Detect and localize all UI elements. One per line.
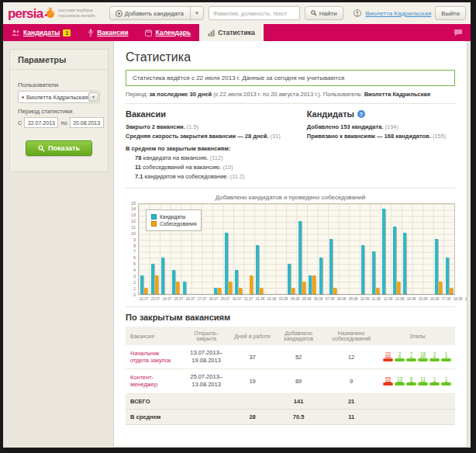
total-row: ВСЕГО 141 21 [126, 393, 455, 409]
bar [439, 282, 442, 294]
col-added: Добавлено кандидатов [274, 327, 323, 345]
date-from-input[interactable] [24, 117, 58, 128]
bar-group [254, 204, 265, 294]
bar [309, 275, 312, 294]
avg-title: В среднем по закрытым вакансиям: [126, 145, 307, 152]
page-title: Статистика [126, 50, 455, 64]
bar [250, 275, 253, 294]
stat-candidates-per-vacancy: 78 кандидата на вакансию. (112) [126, 154, 307, 161]
chart-y-axis: 0123456789101112131415 [126, 204, 137, 296]
persia-rooster-icon [44, 7, 57, 19]
nav-vacancies[interactable]: Вакансии [79, 24, 136, 41]
nav-calendar[interactable]: Календарь [136, 24, 199, 41]
sidebar-parameters: Параметры Пользователи Виолетта Кадрильс… [9, 49, 109, 172]
vacancy-days: 37 [231, 345, 274, 369]
stage-segment: 1 [429, 377, 440, 386]
logo-tagline: система подбора персонала онлайн [58, 8, 95, 19]
vacancy-dates: 25.07.2013–13.08.2013 [181, 369, 231, 393]
search-icon [311, 10, 317, 16]
bar-group [360, 204, 371, 294]
bar [218, 288, 221, 294]
stage-bars: 22271821 [382, 352, 452, 361]
closed-vacancies-table: Вакансия Открыта–закрыта Дней в работе Д… [126, 327, 455, 425]
search-input[interactable] [209, 6, 300, 20]
average-interviews: 11 [323, 409, 379, 424]
logo-text: persia [8, 7, 43, 20]
chart-title: Добавлено кандидатов и проведено собесед… [126, 194, 455, 201]
bar-group [328, 204, 339, 294]
bar [176, 282, 179, 294]
bar [260, 288, 263, 294]
bar [329, 239, 333, 294]
total-interviews: 21 [323, 393, 379, 409]
bar [312, 275, 316, 294]
col-vacancy: Вакансия [126, 327, 181, 345]
col-stages: Этапы [379, 327, 455, 345]
bar [291, 288, 295, 294]
date-to-label: по [60, 119, 67, 126]
add-candidate-button[interactable]: Добавить кандидата ▼ [109, 6, 204, 20]
bar [435, 239, 438, 294]
stage-segment: 2 [395, 352, 405, 361]
nav-statistics[interactable]: Статистика [199, 24, 264, 41]
bar [376, 288, 379, 294]
help-icon[interactable]: ? [357, 110, 365, 118]
show-button[interactable]: Показать [26, 140, 92, 156]
bar [361, 245, 364, 294]
bar-group [265, 204, 276, 294]
bar [214, 288, 217, 294]
bar [151, 264, 154, 294]
bar [450, 288, 453, 294]
bar [298, 221, 302, 294]
date-to-input[interactable] [70, 117, 104, 128]
chat-icon[interactable] [446, 24, 471, 41]
persia-logo[interactable]: persia система подбора персонала онлайн [8, 7, 95, 20]
vacancy-link[interactable]: Начальник отдела закупок [130, 350, 171, 364]
page-body: Параметры Пользователи Виолетта Кадрильс… [3, 41, 471, 448]
stage-segment: 2 [429, 352, 440, 361]
sidebar-title: Параметры [10, 50, 108, 70]
vacancies-title: Вакансии [126, 109, 307, 119]
bar [302, 282, 305, 294]
vacancy-link[interactable]: Контент-менеджер [130, 374, 157, 388]
add-candidate-dropdown-arrow[interactable]: ▼ [190, 7, 203, 19]
chart-x-axis: 22.0723.0724.0725.0726.0727.0728.0729.07… [138, 296, 455, 301]
bar [229, 282, 232, 294]
stat-interviews-per-vacancy: 11 собеседований на вакансию. (10) [126, 164, 307, 171]
user-zone: Виолетта Кадрильская Выйти [354, 6, 466, 20]
col-days: Дней в работе [231, 327, 274, 345]
stage-segment: 11 [418, 377, 428, 386]
bar-chart-icon [208, 29, 215, 36]
logout-button[interactable]: Выйти [435, 6, 466, 20]
average-added: 70.5 [274, 409, 323, 424]
nav-candidates[interactable]: Кандидаты 1 [3, 24, 79, 41]
bar-group [275, 204, 286, 294]
chart-legend: КандидатыСобеседования [146, 209, 202, 231]
bar-group [212, 204, 223, 294]
search-button[interactable]: Найти [305, 6, 343, 20]
bar [239, 288, 242, 294]
bar-group [223, 204, 234, 294]
bar [172, 270, 175, 294]
stage-segment: 22 [383, 352, 393, 361]
vacancy-dates: 13.07.2013–19.08.2013 [181, 345, 231, 369]
divider [126, 103, 455, 104]
user-profile-link[interactable]: Виолетта Кадрильская [365, 10, 431, 17]
stat-candidates-linked: Привязано к вакансиям — 168 кандидатов. … [307, 133, 455, 140]
bar [382, 209, 385, 294]
vacancy-added: 89 [274, 369, 323, 393]
chevron-down-icon[interactable]: ▼ [88, 92, 98, 102]
bar [333, 288, 336, 294]
period-label: Период статистики [18, 108, 100, 115]
select-marker [22, 96, 24, 99]
bar [446, 258, 449, 294]
date-from-label: С [18, 119, 22, 126]
bar-group [318, 204, 329, 294]
bar [372, 251, 375, 294]
users-select[interactable]: Виолетта Кадрильская ▼ [18, 91, 100, 103]
users-select-value: Виолетта Кадрильская [26, 94, 88, 101]
bar-group [286, 204, 297, 294]
stage-segment: 7 [406, 352, 416, 361]
bar [393, 226, 396, 294]
microphone-icon [88, 29, 94, 36]
